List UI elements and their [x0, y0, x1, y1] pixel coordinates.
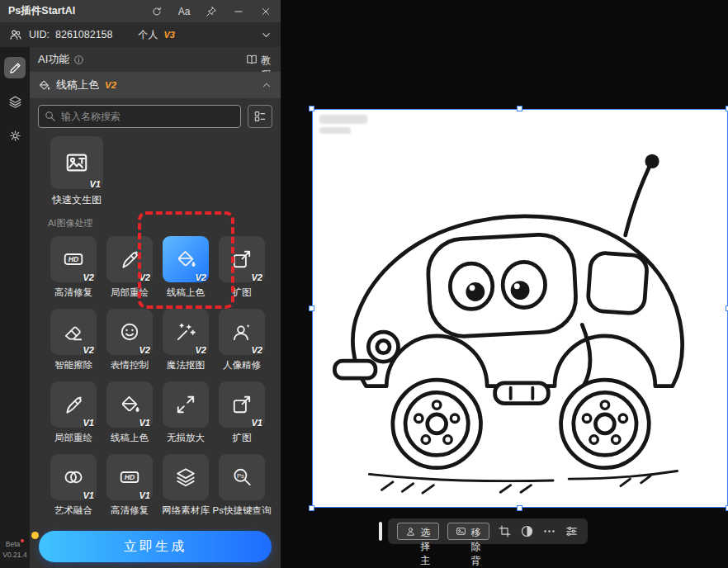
crop-icon[interactable]: [498, 524, 512, 538]
tool-tile[interactable]: V1: [219, 381, 265, 428]
tool-tile[interactable]: V2: [106, 236, 153, 282]
tool-hd-v2[interactable]: HDV2高清修复: [48, 236, 99, 299]
tutorial-button[interactable]: 教程: [246, 54, 272, 65]
tool-tile[interactable]: V2: [163, 309, 209, 355]
tool-expand-v2[interactable]: V2扩图: [216, 236, 267, 299]
tool-label: 线稿上色: [111, 432, 149, 444]
uid-label: UID:: [29, 29, 50, 40]
sliders-icon[interactable]: [565, 524, 579, 538]
tool-label: 智能擦除: [54, 359, 92, 372]
uid-value: 8261082158: [55, 29, 113, 40]
tool-blend-v1[interactable]: V1艺术融合: [48, 454, 99, 517]
pencil-icon: [8, 61, 22, 75]
tool-dropdown[interactable]: 线稿上色 V2: [30, 72, 281, 98]
tool-tile[interactable]: [163, 454, 209, 500]
view-toggle-button[interactable]: [248, 105, 272, 128]
tool-bucket-v1[interactable]: V1线稿上色: [104, 381, 155, 444]
tool-tile[interactable]: V2: [106, 309, 153, 355]
selection-handle[interactable]: [309, 106, 314, 111]
tool-upscale[interactable]: 无损放大: [160, 381, 211, 444]
tools-scroll-area: V1 快速文生图 AI图像处理 HDV2高清修复V2局部重绘V2线稿上色V2扩图…: [30, 133, 281, 525]
selection-handle[interactable]: [309, 305, 314, 311]
canvas-toolbar: 选择主体 移除背景: [388, 518, 588, 544]
layers-tab[interactable]: [4, 91, 26, 112]
tool-version: V1: [139, 418, 150, 428]
close-button[interactable]: [259, 5, 272, 18]
section-header: AI功能 教程: [30, 47, 281, 72]
tool-tile[interactable]: Ps: [219, 454, 265, 500]
tool-tile[interactable]: V1: [50, 454, 97, 500]
refresh-button[interactable]: [150, 5, 163, 18]
selection-handle[interactable]: [517, 505, 522, 511]
expand-icon: [231, 394, 253, 415]
tool-version: V1: [83, 418, 94, 428]
tool-inpaint-v2[interactable]: V2局部重绘: [104, 236, 155, 299]
tool-tile[interactable]: V1: [50, 381, 97, 428]
info-icon[interactable]: [73, 54, 84, 65]
gear-icon: [8, 129, 22, 143]
pin-button[interactable]: [205, 5, 218, 18]
upscale-icon: [175, 394, 196, 415]
tool-version: V2: [83, 272, 94, 282]
svg-text:HD: HD: [125, 473, 135, 481]
edit-tools-tab[interactable]: [4, 57, 26, 78]
close-icon: [260, 6, 272, 17]
document-canvas[interactable]: [312, 109, 728, 508]
tool-version: V1: [83, 490, 94, 500]
titlebar-buttons: Aa: [150, 5, 272, 18]
tool-label: 局部重绘: [111, 286, 149, 299]
tools-grid: HDV2高清修复V2局部重绘V2线稿上色V2扩图V2智能擦除V2表情控制V2魔法…: [48, 236, 281, 517]
tool-bucket-v2[interactable]: V2线稿上色: [160, 236, 211, 299]
bucket-icon: [119, 394, 140, 415]
selection-handle[interactable]: [309, 505, 314, 511]
tool-face-v2[interactable]: V2表情控制: [104, 309, 155, 372]
select-subject-button[interactable]: 选择主体: [397, 523, 439, 540]
tool-tile[interactable]: V2: [163, 236, 209, 282]
tool-tile[interactable]: V2: [219, 236, 265, 282]
search-row: [30, 98, 281, 133]
tool-tile[interactable]: [163, 381, 209, 428]
tool-tile[interactable]: V1: [50, 136, 103, 189]
tool-magic-v2[interactable]: V2魔法抠图: [160, 309, 211, 372]
tool-label: 高清修复: [111, 504, 149, 517]
tool-version: V2: [139, 345, 150, 355]
grid-view-icon: [253, 110, 267, 123]
image-icon: [456, 526, 466, 537]
tool-tile[interactable]: HDV2: [50, 236, 97, 282]
tool-inpaint-v1[interactable]: V1局部重绘: [48, 381, 99, 444]
more-options-icon[interactable]: [542, 524, 556, 538]
hd-icon: HD: [119, 466, 140, 488]
assets-icon: [175, 466, 196, 488]
tool-tile[interactable]: HDV1: [106, 454, 153, 500]
tool-hd-v1[interactable]: HDV1高清修复: [104, 454, 155, 517]
generate-button[interactable]: 立即生成: [39, 531, 272, 562]
remove-background-button[interactable]: 移除背景: [447, 523, 489, 540]
tool-tile[interactable]: V2: [50, 309, 97, 355]
tool-expand-v1[interactable]: V1扩图: [216, 381, 267, 444]
book-icon: [246, 54, 258, 65]
remove-background-label: 移除背景: [470, 526, 481, 537]
chevron-down-icon[interactable]: [260, 29, 272, 41]
tool-tile[interactable]: V2: [219, 309, 265, 355]
tool-text-image-v1[interactable]: V1 快速文生图: [48, 136, 106, 207]
tool-assets[interactable]: 网络素材库: [160, 454, 211, 517]
tool-ps-search[interactable]: PsPs快捷键查询: [216, 454, 267, 517]
tool-label: 网络素材库: [162, 504, 210, 517]
refresh-icon: [151, 6, 163, 17]
tool-portrait-v2[interactable]: V2人像精修: [216, 309, 267, 372]
dropdown-version: V2: [105, 80, 116, 90]
blend-icon: [63, 466, 84, 488]
font-size-button[interactable]: Aa: [177, 5, 191, 18]
user-bar[interactable]: UID: 8261082158 个人 V3: [0, 22, 281, 47]
minimize-button[interactable]: [232, 5, 245, 18]
settings-tab[interactable]: [4, 125, 26, 146]
person-icon: [405, 526, 416, 537]
tool-tile[interactable]: V1: [106, 381, 153, 428]
contrast-icon[interactable]: [520, 524, 534, 538]
tutorial-label: 教程: [261, 54, 272, 65]
pin-icon: [206, 6, 217, 17]
tool-erase-v2[interactable]: V2智能擦除: [48, 309, 99, 372]
selection-handle[interactable]: [517, 106, 522, 111]
toolbar-drag-handle[interactable]: [379, 522, 382, 541]
search-input[interactable]: [38, 105, 241, 128]
